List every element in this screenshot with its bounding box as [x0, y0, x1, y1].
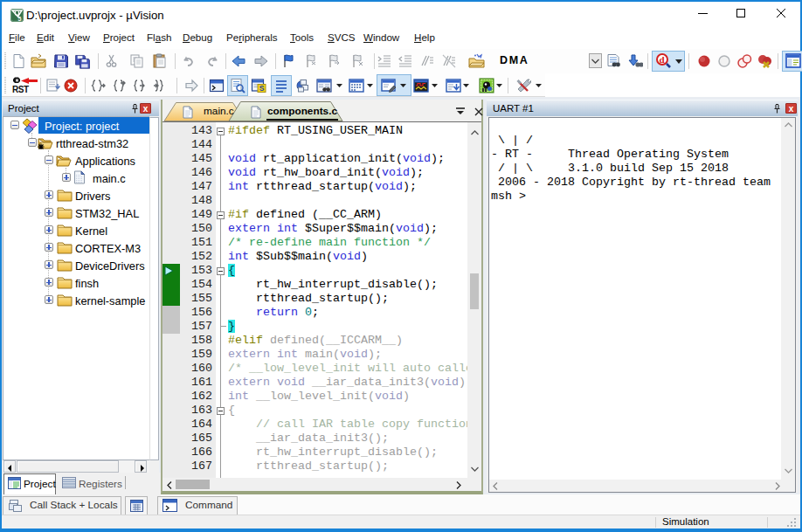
- svg-text:d: d: [660, 54, 665, 65]
- svg-text:RST: RST: [12, 85, 29, 94]
- svg-text:S: S: [259, 84, 265, 93]
- svg-text:5: 5: [18, 16, 22, 22]
